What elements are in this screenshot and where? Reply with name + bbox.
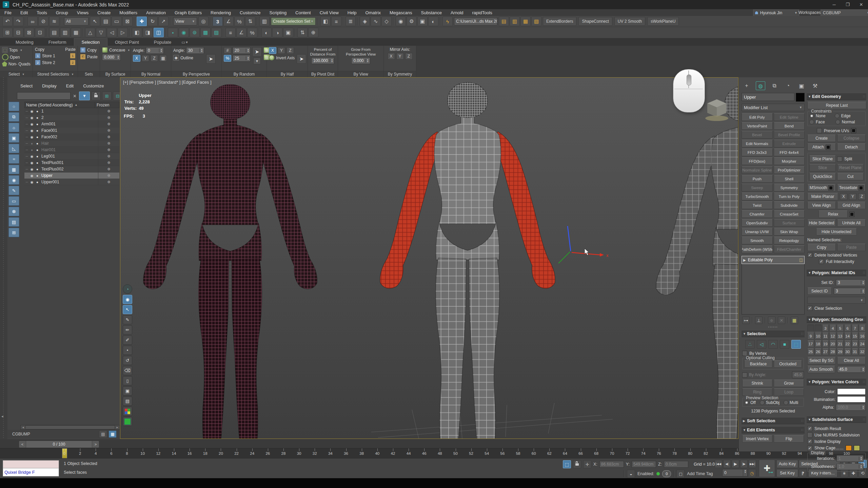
symmetry-y-button[interactable]: Y: [396, 53, 404, 60]
paint-select-icon[interactable]: ▦: [71, 28, 81, 37]
paste2-icon[interactable]: 2: [70, 60, 76, 65]
name-column-header[interactable]: Name (Sorted Ascending): [25, 103, 73, 107]
snap-2d-icon[interactable]: ⊞: [2, 28, 13, 37]
normal-x-button[interactable]: X: [133, 55, 140, 62]
extendborders-button[interactable]: ExtendBorders: [543, 17, 576, 26]
selectable-dot-icon[interactable]: ●: [35, 148, 40, 152]
close-icon[interactable]: ✕: [854, 0, 868, 9]
by-angle-checkbox[interactable]: By Angle:: [749, 372, 766, 377]
random-count-spinner[interactable]: 20▲▼: [233, 47, 251, 54]
stored-paste-label[interactable]: Paste: [65, 47, 76, 52]
visibility-eye-icon[interactable]: ◉: [29, 116, 35, 120]
random-percent-toggle[interactable]: %: [224, 55, 231, 62]
modifier-stack-list[interactable]: [742, 264, 805, 314]
list-item[interactable]: –◉●2❆: [24, 115, 119, 121]
explorer-menu-select[interactable]: Select: [17, 83, 36, 89]
named-selection-set-field[interactable]: Create Selection Set▼: [271, 17, 316, 25]
display-lights-icon[interactable]: ☼: [8, 123, 19, 132]
quickslice-button[interactable]: QuickSlice: [809, 173, 836, 180]
smoothing-group-23[interactable]: 23: [852, 340, 859, 347]
bind-to-space-warp-icon[interactable]: ≋: [49, 17, 59, 26]
smoothing-group-1[interactable]: [807, 325, 814, 332]
minimize-icon[interactable]: ─: [827, 0, 841, 9]
vertex-colors-header[interactable]: ▼Polygon: Vertex Colors∷: [807, 378, 866, 385]
menu-animation[interactable]: Animation: [142, 9, 170, 16]
panel-drag-handle[interactable]: ••••••: [742, 325, 805, 328]
relax-settings-icon[interactable]: [849, 212, 854, 217]
frozen-snowflake-icon[interactable]: ❆: [98, 140, 119, 146]
modifier-button[interactable]: Bevel Profile: [774, 131, 805, 139]
store1-icon[interactable]: 1: [35, 53, 41, 59]
smoothing-group-32[interactable]: 32: [859, 348, 866, 355]
select-and-move-icon[interactable]: ✚: [137, 17, 147, 26]
modifier-button[interactable]: OpenSubdiv: [742, 219, 773, 227]
go-to-start-icon[interactable]: |◀◀: [715, 460, 722, 468]
list-item[interactable]: –◉●Upper❆: [24, 172, 119, 179]
listener-script-row[interactable]: Quixel Bridge F: [3, 468, 59, 476]
hide-selected-button[interactable]: Hide Selected: [807, 219, 836, 227]
safe-frames-icon[interactable]: ▣: [283, 28, 293, 37]
show-end-result-icon[interactable]: ⊥: [755, 317, 763, 324]
point-tool-icon[interactable]: •: [123, 346, 132, 355]
render-setup-icon[interactable]: ⚙: [407, 17, 417, 26]
layer-explorer-icon[interactable]: ≣: [346, 17, 356, 26]
smoothing-group-4[interactable]: 4: [829, 325, 836, 332]
subobject-vertex-icon[interactable]: △: [85, 28, 95, 37]
symmetry-x-button[interactable]: X: [388, 53, 395, 60]
modifier-button[interactable]: Normalize Spline: [742, 166, 773, 174]
edit-geometry-header[interactable]: ▼Edit Geometry∷: [807, 93, 866, 100]
normal-z-button[interactable]: Z: [151, 55, 158, 62]
slice-plane-button[interactable]: Slice Plane: [809, 155, 836, 163]
constraint-normal-radio[interactable]: [835, 120, 840, 124]
random-pick-button[interactable]: ➤: [252, 47, 262, 57]
frozen-snowflake-icon[interactable]: ❆: [98, 121, 119, 127]
selectable-dot-icon[interactable]: ●: [35, 167, 40, 171]
insert-vertex-button[interactable]: Insert Vertex: [742, 435, 772, 443]
display-hidden-icon[interactable]: ❆: [8, 207, 19, 216]
display-everything-icon[interactable]: ○: [8, 102, 19, 111]
render-production-icon[interactable]: ◐: [428, 17, 438, 26]
display-xrefs-icon[interactable]: ⊞: [8, 228, 19, 237]
attach-settings-icon[interactable]: [826, 145, 831, 150]
modifier-button[interactable]: FFD 3x3x3: [742, 148, 773, 156]
modifier-button[interactable]: Bevel: [742, 131, 773, 139]
previous-frame-icon[interactable]: <: [19, 442, 26, 446]
list-item[interactable]: –◉●Arm001❆: [24, 121, 119, 127]
invert-axis-toggle[interactable]: ↺Invert Axis: [269, 55, 295, 61]
tab-object-paint[interactable]: Object Paint: [107, 39, 146, 46]
smoothing-group-14[interactable]: 14: [844, 332, 851, 340]
selection-lock-icon[interactable]: [573, 460, 581, 468]
explorer-search-input[interactable]: [17, 92, 71, 100]
tab-selection[interactable]: Selection: [74, 38, 107, 46]
next-key-icon[interactable]: |▶: [740, 460, 748, 468]
visibility-eye-icon[interactable]: ◉: [29, 135, 35, 139]
pen-tool-icon[interactable]: ✎: [123, 315, 132, 324]
preserve-uvs-checkbox[interactable]: ✓Preserve UVs: [807, 128, 866, 133]
menu-create[interactable]: Create: [93, 9, 115, 16]
illumination-swatch[interactable]: [837, 396, 866, 403]
grid-view-icon[interactable]: ▦: [108, 430, 117, 438]
smoothing-group-16[interactable]: 16: [859, 332, 866, 340]
collapse-button[interactable]: Collapse: [837, 135, 866, 142]
smoothing-group-28[interactable]: 28: [829, 348, 836, 355]
attach-button[interactable]: Attach: [807, 143, 836, 151]
angle-snap-icon[interactable]: ∠: [223, 17, 234, 26]
preview-subobj-radio[interactable]: [760, 400, 765, 405]
iterations-spinner[interactable]: 1▲▼: [836, 455, 864, 462]
menu-rendering[interactable]: Rendering: [206, 9, 235, 16]
smoothing-group-20[interactable]: 20: [829, 340, 836, 347]
subdivision-surface-header[interactable]: ▼Subdivision Surface∷: [807, 416, 866, 423]
grow-button[interactable]: Grow: [774, 380, 804, 387]
pin-stack-icon[interactable]: ⊶: [742, 317, 750, 324]
new-note-icon[interactable]: ▯: [123, 376, 132, 385]
steering-wheel-icon[interactable]: ◔: [123, 284, 132, 294]
shrink-button[interactable]: Shrink: [742, 380, 772, 387]
display-geometry-icon[interactable]: ⧉: [8, 112, 19, 122]
percent-snap-icon[interactable]: %: [234, 17, 244, 26]
snaps-toggle-icon[interactable]: 3: [213, 17, 223, 26]
expand-icon[interactable]: ▶: [743, 258, 746, 262]
set-id-spinner[interactable]: 3▲▼: [836, 279, 866, 286]
selectable-dot-icon[interactable]: ●: [35, 180, 40, 184]
tree-expand-icon[interactable]: ⊞: [102, 92, 112, 100]
border-subobject-icon[interactable]: ◠: [768, 340, 778, 349]
